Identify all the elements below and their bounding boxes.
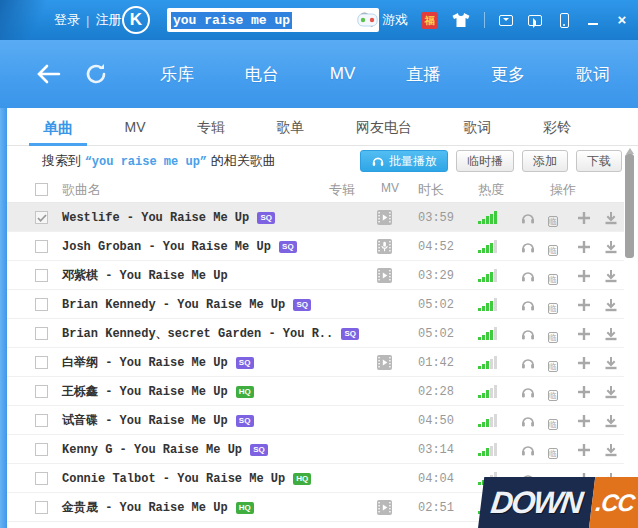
song-title[interactable]: 邓紫棋 - You Raise Me Up: [62, 267, 228, 284]
listen-icon[interactable]: [520, 442, 536, 458]
song-title[interactable]: 王栎鑫 - You Raise Me Up: [62, 383, 228, 400]
close-button[interactable]: ×: [614, 11, 630, 29]
download-icon[interactable]: [603, 326, 619, 342]
scrollbar-thumb[interactable]: [625, 154, 634, 258]
nav-item[interactable]: 歌词: [576, 63, 610, 86]
back-button[interactable]: [36, 62, 62, 86]
add-to-playlist-icon[interactable]: [576, 268, 592, 284]
add-to-playlist-icon[interactable]: [576, 384, 592, 400]
song-title[interactable]: Josh Groban - You Raise Me Up: [62, 240, 271, 254]
lucky-bag-icon[interactable]: 福: [421, 12, 438, 29]
phone-transfer-button[interactable]: [556, 11, 572, 29]
song-title[interactable]: 白举纲 - You Raise Me Up: [62, 354, 228, 371]
add-to-playlist-icon[interactable]: [576, 442, 592, 458]
nav-item[interactable]: 乐库: [160, 63, 194, 86]
download-icon[interactable]: [603, 210, 619, 226]
add-to-playlist-icon[interactable]: [576, 210, 592, 226]
download-icon[interactable]: [603, 297, 619, 313]
add-to-playlist-icon[interactable]: [576, 239, 592, 255]
mini-mode-button[interactable]: [527, 11, 543, 29]
temp-playlist-icon[interactable]: 临: [548, 268, 564, 284]
skin-icon[interactable]: [451, 12, 471, 28]
table-row[interactable]: Brian Kennedy、secret Garden - You R.. SQ…: [7, 319, 624, 348]
row-checkbox[interactable]: [35, 501, 48, 514]
tab[interactable]: 歌单: [271, 109, 311, 146]
refresh-button[interactable]: [84, 62, 108, 86]
song-title[interactable]: 金贵晟 - You Raise Me Up: [62, 499, 228, 516]
listen-icon[interactable]: [520, 384, 536, 400]
add-to-playlist-icon[interactable]: [576, 326, 592, 342]
table-row[interactable]: Brian Kennedy - You Raise Me Up SQ 05:02: [7, 290, 624, 319]
row-checkbox[interactable]: [35, 269, 48, 282]
table-row[interactable]: 王栎鑫 - You Raise Me Up HQ 02:28: [7, 377, 624, 406]
temp-playlist-icon[interactable]: 临: [548, 355, 564, 371]
row-checkbox[interactable]: [35, 298, 48, 311]
scrollbar[interactable]: [625, 142, 635, 528]
tab[interactable]: 歌词: [458, 109, 498, 146]
app-logo[interactable]: K: [122, 6, 150, 34]
table-row[interactable]: Josh Groban - You Raise Me Up SQ 04:52: [7, 232, 624, 261]
select-all-checkbox[interactable]: [35, 183, 48, 196]
nav-item[interactable]: MV: [330, 64, 356, 84]
temp-playlist-icon[interactable]: 临: [548, 297, 564, 313]
listen-icon[interactable]: [520, 355, 536, 371]
mv-play-icon[interactable]: [377, 355, 392, 370]
download-icon[interactable]: [603, 239, 619, 255]
download-icon[interactable]: [603, 442, 619, 458]
mv-play-icon[interactable]: [377, 500, 392, 515]
listen-icon[interactable]: [520, 326, 536, 342]
song-title[interactable]: Westlife - You Raise Me Up: [62, 211, 249, 225]
tab[interactable]: 网友电台: [350, 109, 418, 146]
row-checkbox[interactable]: [35, 211, 48, 224]
download-icon[interactable]: [603, 268, 619, 284]
row-checkbox[interactable]: [35, 414, 48, 427]
temp-playlist-icon[interactable]: 临: [548, 384, 564, 400]
accompaniment-mic-icon[interactable]: [377, 239, 392, 254]
add-to-playlist-icon[interactable]: [576, 413, 592, 429]
add-to-playlist-icon[interactable]: [576, 297, 592, 313]
temp-playlist-icon[interactable]: 临: [548, 326, 564, 342]
table-row[interactable]: 试音碟 - You Raise Me Up SQ 04:50: [7, 406, 624, 435]
listen-icon[interactable]: [520, 210, 536, 226]
table-row[interactable]: 邓紫棋 - You Raise Me Up 03:29: [7, 261, 624, 290]
search-input-value[interactable]: you raise me up: [171, 12, 292, 29]
result-action-button[interactable]: 下载: [576, 150, 622, 172]
row-checkbox[interactable]: [35, 327, 48, 340]
listen-icon[interactable]: [520, 297, 536, 313]
tray-mode-button[interactable]: [498, 11, 514, 29]
minimize-button[interactable]: [585, 11, 601, 29]
listen-icon[interactable]: [520, 268, 536, 284]
table-row[interactable]: 白举纲 - You Raise Me Up SQ 01:42: [7, 348, 624, 377]
temp-playlist-icon[interactable]: 临: [548, 442, 564, 458]
row-checkbox[interactable]: [35, 443, 48, 456]
add-to-playlist-icon[interactable]: [576, 355, 592, 371]
tab[interactable]: 单曲: [37, 109, 79, 146]
download-icon[interactable]: [603, 413, 619, 429]
download-icon[interactable]: [603, 384, 619, 400]
listen-icon[interactable]: [520, 413, 536, 429]
temp-playlist-icon[interactable]: 临: [548, 413, 564, 429]
result-action-button[interactable]: 临时播: [456, 150, 514, 172]
song-title[interactable]: Kenny G - You Raise Me Up: [62, 443, 242, 457]
table-row[interactable]: Westlife - You Raise Me Up SQ 03:59: [7, 203, 624, 232]
game-entry[interactable]: 游戏: [357, 11, 408, 29]
song-title[interactable]: Connie Talbot - You Raise Me Up: [62, 472, 285, 486]
temp-playlist-icon[interactable]: 临: [548, 210, 564, 226]
download-icon[interactable]: [603, 355, 619, 371]
table-row[interactable]: Kenny G - You Raise Me Up SQ 03:14: [7, 435, 624, 464]
tab[interactable]: 专辑: [191, 109, 231, 146]
mv-play-icon[interactable]: [377, 268, 392, 283]
search-input[interactable]: you raise me up: [167, 8, 379, 32]
scrollbar-up-arrow-icon[interactable]: [626, 144, 634, 154]
row-checkbox[interactable]: [35, 385, 48, 398]
result-action-button[interactable]: 添加: [522, 150, 568, 172]
mv-play-icon[interactable]: [377, 210, 392, 225]
listen-icon[interactable]: [520, 239, 536, 255]
row-checkbox[interactable]: [35, 240, 48, 253]
tab[interactable]: 彩铃: [537, 109, 577, 146]
nav-item[interactable]: 电台: [245, 63, 279, 86]
result-action-button[interactable]: 批量播放: [360, 150, 448, 172]
login-link[interactable]: 登录: [54, 11, 80, 29]
row-checkbox[interactable]: [35, 356, 48, 369]
row-checkbox[interactable]: [35, 472, 48, 485]
